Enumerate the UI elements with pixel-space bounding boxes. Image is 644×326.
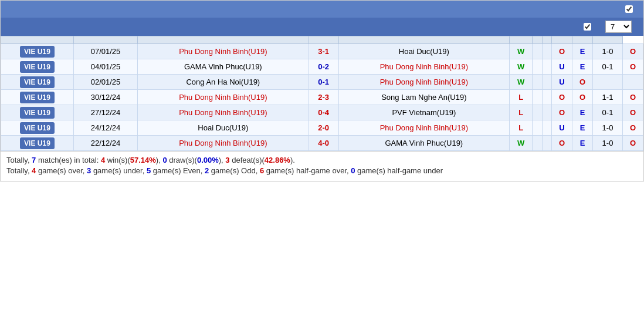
col-over-under-25	[542, 36, 551, 44]
col-odds	[533, 36, 542, 44]
table-row: VIE U1922/12/24Phu Dong Ninh Binh(U19)4-…	[1, 136, 643, 151]
odd-even: E	[572, 136, 593, 151]
handicap	[533, 44, 542, 59]
match-badge: VIE U19	[1, 44, 74, 59]
total-draws: 0	[162, 156, 167, 164]
match-badge: VIE U19	[1, 120, 74, 136]
handicap	[533, 59, 542, 75]
ht-over-under	[622, 75, 643, 90]
handicap	[533, 105, 542, 120]
table-body: VIE U1907/01/25Phu Dong Ninh Binh(U19)3-…	[1, 44, 643, 151]
col-match	[1, 36, 74, 44]
footer-line1: Totally, 7 match(es) in total: 4 win(s)(…	[6, 156, 638, 164]
match-date: 24/12/24	[73, 120, 137, 136]
ht-score	[593, 75, 623, 90]
team-right: Song Lam Nghe An(U19)	[338, 90, 510, 105]
team-left: Cong An Ha Noi(U19)	[138, 75, 309, 90]
odds	[542, 90, 551, 105]
ht-over-under: O	[622, 136, 643, 151]
match-score: 2-0	[309, 120, 338, 136]
team-left: Phu Dong Ninh Binh(U19)	[138, 105, 309, 120]
match-date: 27/12/24	[73, 105, 137, 120]
odd-even: E	[572, 120, 593, 136]
odds	[542, 75, 551, 90]
half-game-under: 0	[351, 166, 355, 175]
ht-score: 0-1	[593, 105, 623, 120]
total-matches: 7	[32, 156, 36, 164]
total-defeats: 3	[225, 156, 229, 164]
team-left: Hoai Duc(U19)	[138, 120, 309, 136]
over-under-25: U	[552, 120, 572, 136]
team-right: Hoai Duc(U19)	[338, 44, 510, 59]
match-result: L	[510, 120, 533, 136]
match-date: 22/12/24	[73, 136, 137, 151]
ht-over-under: O	[622, 90, 643, 105]
match-date: 02/01/25	[73, 75, 137, 90]
col-over-under-075	[593, 36, 623, 44]
odds	[542, 44, 551, 59]
match-score: 0-1	[309, 75, 338, 90]
match-badge: VIE U19	[1, 105, 74, 120]
odd-even: O	[572, 75, 593, 90]
ht-over-under: O	[622, 120, 643, 136]
match-score: 4-0	[309, 136, 338, 151]
over-under-25: O	[552, 136, 572, 151]
col-handicap	[510, 36, 533, 44]
match-score: 0-4	[309, 105, 338, 120]
odd-even: E	[572, 105, 593, 120]
league-filter-checkbox[interactable]	[584, 23, 591, 31]
handicap	[533, 136, 542, 151]
match-score: 0-2	[309, 59, 338, 75]
match-result: W	[510, 136, 533, 151]
defeats-pct: 42.86%	[265, 156, 290, 164]
odds	[542, 136, 551, 151]
footer: Totally, 7 match(es) in total: 4 win(s)(…	[1, 151, 643, 181]
game-under: 3	[87, 166, 91, 175]
table-header-row	[1, 36, 643, 44]
scores-table: VIE U1907/01/25Phu Dong Ninh Binh(U19)3-…	[1, 36, 643, 151]
match-badge: VIE U19	[1, 90, 74, 105]
match-result: W	[510, 75, 533, 90]
match-badge: VIE U19	[1, 75, 74, 90]
match-result: W	[510, 59, 533, 75]
match-result: L	[510, 105, 533, 120]
team-right: Phu Dong Ninh Binh(U19)	[338, 120, 510, 136]
odds	[542, 105, 551, 120]
ht-score: 1-0	[593, 136, 623, 151]
team-right: Phu Dong Ninh Binh(U19)	[338, 59, 510, 75]
table-row: VIE U1907/01/25Phu Dong Ninh Binh(U19)3-…	[1, 44, 643, 59]
odd-even: O	[572, 90, 593, 105]
ht-over-under: O	[622, 105, 643, 120]
match-date: 07/01/25	[73, 44, 137, 59]
team-right: PVF Vietnam(U19)	[338, 105, 510, 120]
ht-over-under: O	[622, 59, 643, 75]
ht-score: 1-1	[593, 90, 623, 105]
display-notes-control	[625, 5, 636, 13]
table-row: VIE U1930/12/24Phu Dong Ninh Binh(U19)2-…	[1, 90, 643, 105]
games-select[interactable]: 7 10 15	[605, 21, 632, 33]
handicap	[533, 90, 542, 105]
col-date	[73, 36, 137, 44]
table-row: VIE U1902/01/25Cong An Ha Noi(U19)0-1Phu…	[1, 75, 643, 90]
ht-score: 0-1	[593, 59, 623, 75]
main-container: 7 10 15 VIE U1907/01/25Phu Dong Ninh	[0, 0, 644, 182]
match-score: 3-1	[309, 44, 338, 59]
match-date: 04/01/25	[73, 59, 137, 75]
wins-pct: 57.14%	[130, 156, 156, 164]
game-odd: 2	[205, 166, 209, 175]
total-wins: 4	[101, 156, 105, 164]
display-notes-checkbox[interactable]	[625, 5, 633, 13]
footer-line2: Totally, 4 game(s) over, 3 game(s) under…	[6, 166, 638, 175]
table-row: VIE U1924/12/24Hoai Duc(U19)2-0Phu Dong …	[1, 120, 643, 136]
draws-pct: 0.00%	[197, 156, 219, 164]
odds	[542, 120, 551, 136]
match-result: W	[510, 44, 533, 59]
ht-over-under: O	[622, 44, 643, 59]
over-under-25: U	[552, 59, 572, 75]
half-game-over: 6	[260, 166, 264, 175]
ht-score: 1-0	[593, 120, 623, 136]
team-right: Phu Dong Ninh Binh(U19)	[338, 75, 510, 90]
col-ht	[572, 36, 593, 44]
col-team-left	[138, 36, 309, 44]
team-left: GAMA Vinh Phuc(U19)	[138, 59, 309, 75]
